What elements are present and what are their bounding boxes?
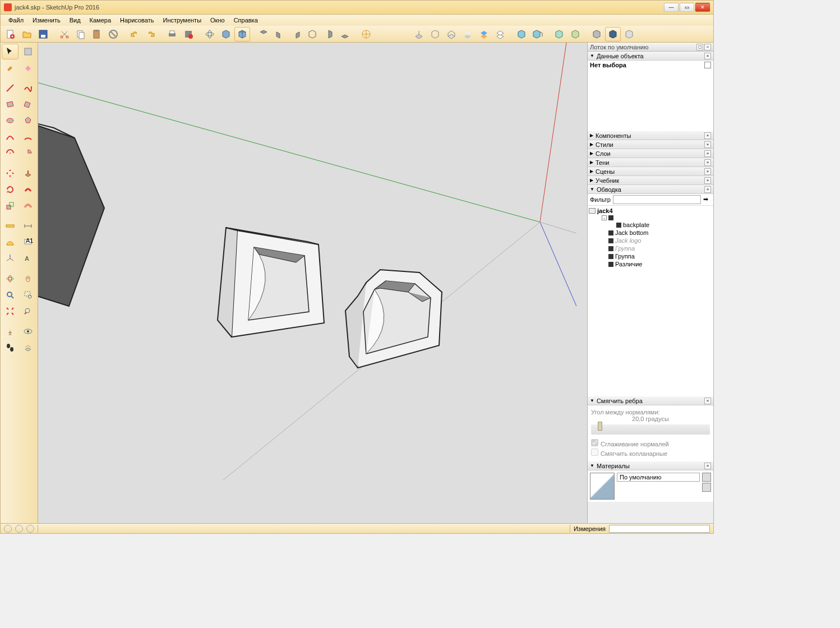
viewport-3d[interactable] <box>38 43 587 524</box>
cut-button[interactable] <box>57 27 72 41</box>
close-icon[interactable]: × <box>704 177 711 184</box>
menu-view[interactable]: Вид <box>65 16 85 25</box>
tree-item[interactable]: Различие <box>589 260 712 268</box>
close-icon[interactable]: × <box>704 168 711 175</box>
solid-trim-button[interactable] <box>589 27 604 41</box>
perspective-button[interactable] <box>234 27 250 41</box>
protractor-tool[interactable] <box>2 234 19 250</box>
save-button[interactable] <box>35 27 51 41</box>
close-icon[interactable]: × <box>704 141 711 148</box>
style-hidden-button[interactable] <box>444 27 459 41</box>
section-tool[interactable] <box>20 340 36 355</box>
pan-tool[interactable] <box>20 271 36 287</box>
solid-outer-button[interactable] <box>514 27 529 41</box>
arc2-tool[interactable] <box>20 129 36 145</box>
tree-item[interactable]: Группа <box>589 244 712 252</box>
measurements-input[interactable] <box>609 525 710 533</box>
panel-entity-info[interactable]: ▼Данные объекта× <box>588 52 713 61</box>
pie-tool[interactable] <box>20 145 36 161</box>
zoom-tool[interactable] <box>2 287 19 303</box>
close-icon[interactable]: × <box>704 132 711 139</box>
followme-tool[interactable] <box>20 182 36 197</box>
tree-item[interactable]: Jack logo <box>589 237 712 244</box>
print-button[interactable] <box>164 27 180 41</box>
soften-coplanar-checkbox[interactable]: Смягчить копланарные <box>591 449 710 457</box>
redo-button[interactable] <box>143 27 159 41</box>
pushpull-tool[interactable] <box>20 165 36 181</box>
view-left-button[interactable] <box>321 27 336 41</box>
text-tool[interactable]: A1 <box>20 234 36 250</box>
tree-item[interactable]: - <box>589 215 712 221</box>
menu-draw[interactable]: Нарисовать <box>116 16 158 25</box>
view-front-button[interactable] <box>272 27 288 41</box>
view-back-button[interactable] <box>304 27 320 41</box>
previous-view-tool[interactable] <box>20 303 36 319</box>
menu-camera[interactable]: Камера <box>85 16 116 25</box>
view-bottom-button[interactable] <box>337 27 353 41</box>
filter-go-icon[interactable]: ➡ <box>703 196 711 204</box>
outliner-tree[interactable]: jack4 -backplateJack bottomJack logoГруп… <box>588 206 713 396</box>
freehand-tool[interactable] <box>20 80 36 96</box>
maximize-button[interactable]: ▭ <box>680 3 694 12</box>
style-xray-button[interactable] <box>411 27 427 41</box>
material-create-icon[interactable] <box>702 483 711 492</box>
3dtext-tool[interactable]: A <box>20 251 36 266</box>
new-button[interactable] <box>3 27 19 41</box>
rotated-rect-tool[interactable] <box>20 96 36 112</box>
copy-button[interactable] <box>73 27 89 41</box>
material-name-input[interactable] <box>617 473 700 482</box>
panel-instructor[interactable]: ▶Учебник× <box>588 176 713 185</box>
menu-window[interactable]: Окно <box>206 16 229 25</box>
panel-components[interactable]: ▶Компоненты× <box>588 131 713 140</box>
tree-item[interactable]: backplate <box>589 221 712 229</box>
view-top-button[interactable] <box>256 27 271 41</box>
select-tool[interactable] <box>2 44 19 59</box>
component-tool[interactable] <box>20 44 36 59</box>
solid-union-button[interactable] <box>551 27 567 41</box>
look-around-tool[interactable] <box>20 324 36 339</box>
panel-shadows[interactable]: ▶Тени× <box>588 158 713 167</box>
menu-help[interactable]: Справка <box>229 16 262 25</box>
close-icon[interactable]: × <box>704 53 711 59</box>
open-button[interactable] <box>19 27 35 41</box>
status-user-icon[interactable] <box>26 525 34 533</box>
panel-materials[interactable]: ▼Материалы× <box>588 461 713 470</box>
iso-view-button[interactable] <box>218 27 234 41</box>
tree-item[interactable]: Jack bottom <box>589 229 712 237</box>
arc-tool[interactable] <box>2 129 19 145</box>
toggle-icon[interactable] <box>704 62 711 68</box>
offset-tool[interactable] <box>20 198 36 214</box>
arc3-tool[interactable] <box>2 145 19 161</box>
status-help-icon[interactable] <box>4 525 12 533</box>
menu-edit[interactable]: Изменить <box>28 16 65 25</box>
close-button[interactable]: ✕ <box>695 3 710 12</box>
walk-tool[interactable] <box>2 340 19 355</box>
panel-soften[interactable]: ▼Смягчить ребра× <box>588 396 713 405</box>
smooth-normals-checkbox[interactable]: Сглаживание нормалей <box>591 439 710 447</box>
undo-button[interactable] <box>127 27 142 41</box>
model-info-button[interactable] <box>181 27 196 41</box>
status-info-icon[interactable] <box>15 525 23 533</box>
minimize-button[interactable]: — <box>664 3 679 12</box>
eraser-tool[interactable] <box>20 60 36 76</box>
position-camera-tool[interactable] <box>2 324 19 339</box>
menu-tools[interactable]: Инструменты <box>158 16 206 25</box>
panel-outliner[interactable]: ▼Обводка× <box>588 185 713 194</box>
solid-subtract-button[interactable] <box>567 27 583 41</box>
close-icon[interactable]: × <box>704 463 711 469</box>
paint-tool[interactable] <box>2 60 19 76</box>
style-mono-button[interactable] <box>492 27 508 41</box>
close-icon[interactable]: × <box>704 150 711 157</box>
style-shaded-button[interactable] <box>460 27 476 41</box>
warehouse-button[interactable] <box>358 27 374 41</box>
rectangle-tool[interactable] <box>2 96 19 112</box>
rotate-tool[interactable] <box>2 182 19 197</box>
tray-pin-icon[interactable]: ◻ <box>696 44 703 50</box>
close-icon[interactable]: × <box>704 398 711 404</box>
style-wire-button[interactable] <box>427 27 443 41</box>
soften-slider[interactable] <box>591 424 710 435</box>
solid-intersect-button[interactable] <box>530 27 546 41</box>
style-textured-button[interactable] <box>476 27 492 41</box>
filter-input[interactable] <box>613 195 701 204</box>
tree-item[interactable]: Группа <box>589 252 712 260</box>
